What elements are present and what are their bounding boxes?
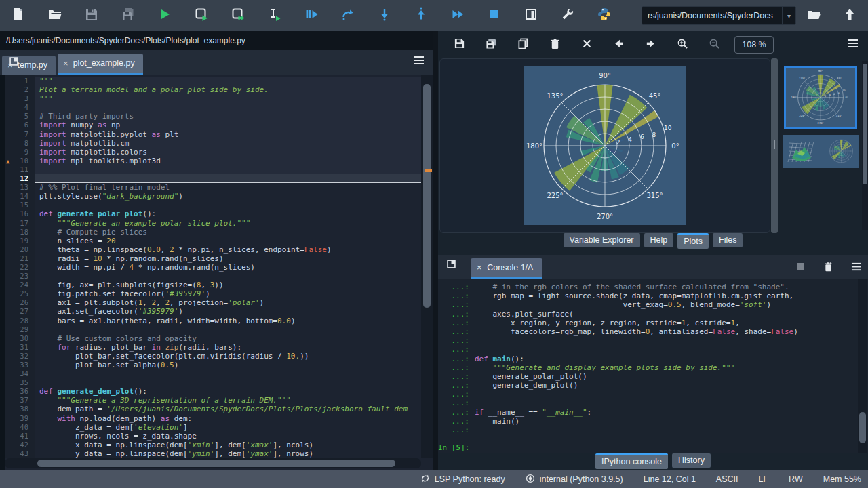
code-line[interactable]: nrows, ncols = z_data.shape bbox=[35, 432, 421, 441]
run-file-button[interactable] bbox=[146, 0, 183, 31]
code-line[interactable]: dem_path = '/Users/juanis/Documents/Spyd… bbox=[35, 405, 421, 413]
code-line[interactable] bbox=[35, 325, 421, 334]
save-button[interactable] bbox=[73, 0, 110, 31]
code-editor[interactable]: 123456789▲101112131415161718192021222324… bbox=[0, 75, 433, 470]
line-number[interactable]: 23 bbox=[5, 272, 35, 281]
code-line[interactable]: """Generate a 3D reprisentation of a ter… bbox=[35, 396, 421, 405]
line-number[interactable]: 6 bbox=[5, 121, 35, 129]
code-line[interactable]: """ bbox=[35, 94, 421, 103]
tab-plot-example-py[interactable]: × plot_example.py bbox=[58, 54, 143, 75]
thumbnails-scrollbar[interactable] bbox=[862, 61, 868, 230]
close-icon[interactable]: × bbox=[63, 58, 68, 68]
line-number[interactable]: 33 bbox=[5, 361, 35, 369]
line-number[interactable]: 34 bbox=[5, 369, 35, 378]
line-number[interactable]: 14 bbox=[5, 192, 35, 201]
plots-copy-button[interactable] bbox=[507, 31, 539, 58]
line-number[interactable]: 30 bbox=[5, 334, 35, 343]
scrollbar-handle[interactable] bbox=[423, 84, 431, 308]
run-selection-button[interactable] bbox=[256, 0, 293, 31]
tab-files[interactable]: Files bbox=[713, 233, 743, 247]
open-file-button[interactable] bbox=[37, 0, 73, 31]
line-number[interactable]: 2 bbox=[5, 85, 35, 94]
code-line[interactable]: width = np.pi / 4 * np.random.rand(n_sli… bbox=[35, 263, 421, 272]
plots-zoom-out-button[interactable] bbox=[698, 31, 730, 58]
code-line[interactable]: # %% Plot final terrain model bbox=[35, 183, 421, 192]
tab-console-1a[interactable]: × Console 1/A bbox=[471, 258, 542, 279]
code-line[interactable]: ax1 = plt.subplot(1, 2, 2, projection='p… bbox=[35, 298, 421, 307]
line-number[interactable]: 29 bbox=[5, 325, 35, 334]
code-line[interactable]: n_slices = 20 bbox=[35, 237, 421, 245]
line-number[interactable]: 3 bbox=[5, 94, 35, 103]
python-path-button[interactable] bbox=[586, 0, 623, 31]
line-number[interactable]: 15 bbox=[5, 201, 35, 209]
step-return-button[interactable] bbox=[403, 0, 439, 31]
code-line[interactable]: plot_bar.set_facecolor(plt.cm.viridis(ra… bbox=[35, 352, 421, 361]
line-number[interactable]: 7 bbox=[5, 130, 35, 139]
code-line[interactable]: def generate_dem_plot(): bbox=[35, 387, 421, 396]
line-number[interactable]: 9 bbox=[5, 148, 35, 157]
line-number[interactable]: 13 bbox=[5, 183, 35, 192]
continue-button[interactable] bbox=[439, 0, 476, 31]
scrollbar-handle[interactable] bbox=[863, 64, 867, 184]
code-line[interactable]: import matplotlib.pyplot as plt bbox=[35, 130, 421, 139]
new-file-button[interactable] bbox=[0, 0, 37, 31]
plots-remove-button[interactable] bbox=[539, 31, 571, 58]
code-line[interactable]: # Third party imports bbox=[35, 112, 421, 121]
line-number[interactable]: 26 bbox=[5, 298, 35, 307]
code-line[interactable]: # Use custom colors and opacity bbox=[35, 334, 421, 343]
line-number[interactable]: 16 bbox=[5, 209, 35, 218]
tab-variable-explorer[interactable]: Variable Explorer bbox=[564, 233, 640, 247]
editor-options-button[interactable] bbox=[414, 56, 425, 68]
code-line[interactable]: for radius, plot_bar in zip(radii, bars)… bbox=[35, 343, 421, 352]
line-number[interactable]: 35 bbox=[5, 378, 35, 387]
code-line[interactable] bbox=[35, 272, 421, 281]
code-line[interactable] bbox=[35, 103, 421, 112]
browse-tabs-button[interactable] bbox=[446, 259, 456, 272]
code-line[interactable] bbox=[35, 174, 421, 183]
run-cell-button[interactable] bbox=[183, 0, 220, 31]
plot-thumbnail-selected[interactable]: 0°45°90°135°180°225°270°315°246810 bbox=[784, 66, 857, 129]
line-number[interactable]: 12 bbox=[5, 174, 35, 183]
run-cell-advance-button[interactable] bbox=[220, 0, 256, 31]
plots-splitter[interactable] bbox=[771, 58, 778, 233]
line-number[interactable]: 19 bbox=[5, 237, 35, 245]
line-number[interactable]: ▲10 bbox=[5, 157, 35, 165]
line-number[interactable]: 43 bbox=[5, 449, 35, 458]
code-line[interactable]: theta = np.linspace(0.0, 2 * np.pi, n_sl… bbox=[35, 245, 421, 254]
debug-file-button[interactable] bbox=[293, 0, 330, 31]
code-line[interactable]: import mpl_toolkits.mplot3d bbox=[35, 157, 421, 165]
line-number[interactable]: 38 bbox=[5, 405, 35, 413]
line-number[interactable]: 4 bbox=[5, 103, 35, 112]
code-line[interactable]: x_data = np.linspace(dem['xmin'], dem['x… bbox=[35, 441, 421, 449]
code-line[interactable]: import matplotlib.cm bbox=[35, 139, 421, 148]
line-number[interactable]: 24 bbox=[5, 281, 35, 289]
line-number[interactable]: 11 bbox=[5, 165, 35, 174]
line-number[interactable]: 25 bbox=[5, 289, 35, 298]
interpreter-status[interactable]: internal (Python 3.9.5) bbox=[526, 474, 623, 485]
working-directory-combo[interactable]: rs/juanis/Documents/SpyderDocs ▾ bbox=[642, 6, 796, 25]
tab-history[interactable]: History bbox=[672, 453, 711, 468]
line-number[interactable]: 21 bbox=[5, 254, 35, 263]
plots-zoom-in-button[interactable] bbox=[667, 31, 698, 58]
save-all-button[interactable] bbox=[110, 0, 146, 31]
code-line[interactable] bbox=[35, 378, 421, 387]
line-number[interactable]: 20 bbox=[5, 245, 35, 254]
horizontal-splitter[interactable] bbox=[438, 249, 868, 255]
plots-save-button[interactable] bbox=[443, 31, 475, 58]
line-number[interactable]: 27 bbox=[5, 307, 35, 316]
line-number[interactable]: 40 bbox=[5, 423, 35, 432]
code-line[interactable]: import matplotlib.colors bbox=[35, 148, 421, 157]
ipython-console-output[interactable]: ...: # in the rgb colors of the shaded s… bbox=[438, 279, 868, 453]
browse-working-directory-button[interactable] bbox=[796, 0, 832, 31]
code-line[interactable]: def generate_polar_plot(): bbox=[35, 209, 421, 218]
code-line[interactable]: ax1.set_facecolor('#395979') bbox=[35, 307, 421, 316]
console-scrollbar[interactable] bbox=[858, 279, 867, 453]
plots-previous-button[interactable] bbox=[603, 31, 635, 58]
line-number[interactable]: 18 bbox=[5, 228, 35, 237]
code-line[interactable]: fig, ax= plt.subplots(figsize=(8, 3)) bbox=[35, 281, 421, 289]
plots-save-all-button[interactable] bbox=[475, 31, 507, 58]
line-number[interactable]: 28 bbox=[5, 317, 35, 325]
interrupt-kernel-button[interactable] bbox=[795, 262, 806, 274]
line-number-gutter[interactable]: 123456789▲101112131415161718192021222324… bbox=[5, 75, 35, 458]
line-number[interactable]: 42 bbox=[5, 441, 35, 449]
